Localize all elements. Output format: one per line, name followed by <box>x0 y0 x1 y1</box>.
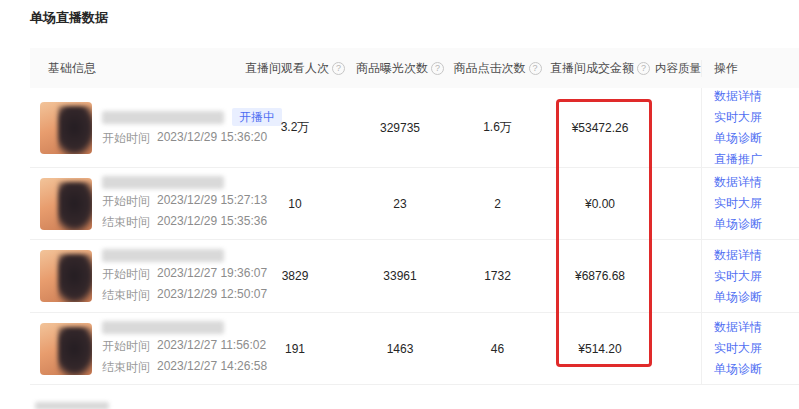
help-icon[interactable]: ? <box>529 62 542 75</box>
column-header-content-quality: 内容质量 <box>655 61 701 76</box>
column-header-clicks: 商品点击次数? <box>450 60 545 77</box>
start-time-label: 开始时间 <box>102 338 150 355</box>
viewers-value: 10 <box>240 168 350 239</box>
end-time-label: 结束时间 <box>102 359 150 376</box>
column-header-basic-info: 基础信息 <box>30 60 240 77</box>
help-icon[interactable]: ? <box>431 62 444 75</box>
table-row: 开始时间 2023/12/29 15:27:13 结束时间 2023/12/29… <box>30 168 799 240</box>
session-diagnosis-link[interactable]: 单场诊断 <box>714 360 799 379</box>
column-header-basic-info-label: 基础信息 <box>48 61 96 75</box>
basic-info-cell: 开始时间 2023/12/27 11:56:02 结束时间 2023/12/27… <box>30 313 240 384</box>
exposures-value: 23 <box>350 168 450 239</box>
viewers-value: 3829 <box>240 240 350 312</box>
table-row: 开播中 开始时间 2023/12/29 15:36:20 3.2万 329735… <box>30 88 799 168</box>
basic-info-cell: 开始时间 2023/12/29 15:27:13 结束时间 2023/12/29… <box>30 168 240 239</box>
clicks-value: 2 <box>450 168 545 239</box>
column-header-exposures: 商品曝光次数? <box>350 60 450 77</box>
avatar <box>40 102 92 154</box>
basic-info-cell: 开始时间 2023/12/27 19:36:07 结束时间 2023/12/29… <box>30 240 240 312</box>
avatar <box>40 178 92 230</box>
content-quality-cell <box>655 240 701 312</box>
session-diagnosis-link[interactable]: 单场诊断 <box>714 288 799 307</box>
help-icon[interactable]: ? <box>332 62 345 75</box>
realtime-screen-link[interactable]: 实时大屏 <box>714 108 799 127</box>
session-diagnosis-link[interactable]: 单场诊断 <box>714 215 799 234</box>
gmv-value: ¥53472.26 <box>545 88 655 167</box>
clicks-value: 1732 <box>450 240 545 312</box>
end-time-label: 结束时间 <box>102 214 150 231</box>
content-quality-cell <box>655 88 701 167</box>
session-diagnosis-link[interactable]: 单场诊断 <box>714 129 799 148</box>
redacted-name <box>102 111 224 124</box>
column-header-exposures-label: 商品曝光次数 <box>356 61 428 75</box>
column-header-gmv: 直播间成交金额? <box>545 60 655 77</box>
column-header-clicks-label: 商品点击次数 <box>454 61 526 75</box>
realtime-screen-link[interactable]: 实时大屏 <box>714 194 799 213</box>
page-title: 单场直播数据 <box>30 9 108 27</box>
live-promotion-link[interactable]: 直播推广 <box>714 150 799 169</box>
realtime-screen-link[interactable]: 实时大屏 <box>714 339 799 358</box>
content-quality-cell <box>655 168 701 239</box>
column-header-content-quality-label: 内容质量 <box>655 62 701 74</box>
redacted-name <box>102 321 224 334</box>
data-detail-link[interactable]: 数据详情 <box>714 87 799 106</box>
basic-info-cell: 开播中 开始时间 2023/12/29 15:36:20 <box>30 88 240 167</box>
gmv-value: ¥0.00 <box>545 168 655 239</box>
help-icon[interactable]: ? <box>637 62 650 75</box>
data-detail-link[interactable]: 数据详情 <box>714 246 799 265</box>
viewers-value: 191 <box>240 313 350 384</box>
clicks-value: 1.6万 <box>450 88 545 167</box>
column-header-viewers: 直播间观看人次? <box>240 60 350 77</box>
column-header-gmv-label: 直播间成交金额 <box>550 61 634 75</box>
clicks-value: 46 <box>450 313 545 384</box>
avatar <box>40 323 92 375</box>
column-header-actions-label: 操作 <box>714 61 738 75</box>
exposures-value: 1463 <box>350 313 450 384</box>
start-time-label: 开始时间 <box>102 130 150 147</box>
gmv-value: ¥514.20 <box>545 313 655 384</box>
column-header-actions: 操作 <box>701 60 799 77</box>
exposures-value: 33961 <box>350 240 450 312</box>
start-time-label: 开始时间 <box>102 193 150 210</box>
actions-cell: 数据详情 实时大屏 单场诊断 <box>701 168 799 239</box>
actions-cell: 数据详情 实时大屏 单场诊断 直播推广 <box>701 88 799 167</box>
data-detail-link[interactable]: 数据详情 <box>714 318 799 337</box>
actions-cell: 数据详情 实时大屏 单场诊断 <box>701 240 799 312</box>
column-header-viewers-label: 直播间观看人次 <box>245 61 329 75</box>
start-time-label: 开始时间 <box>102 266 150 283</box>
table-row: 开始时间 2023/12/27 19:36:07 结束时间 2023/12/29… <box>30 240 799 313</box>
avatar <box>40 250 92 302</box>
exposures-value: 329735 <box>350 88 450 167</box>
end-time-label: 结束时间 <box>102 287 150 304</box>
live-session-table: 基础信息 直播间观看人次? 商品曝光次数? 商品点击次数? 直播间成交金额? 内… <box>30 48 799 385</box>
actions-cell: 数据详情 实时大屏 单场诊断 <box>701 313 799 384</box>
redacted-name <box>102 249 224 262</box>
viewers-value: 3.2万 <box>240 88 350 167</box>
realtime-screen-link[interactable]: 实时大屏 <box>714 267 799 286</box>
gmv-value: ¥6876.68 <box>545 240 655 312</box>
table-row: 开始时间 2023/12/27 11:56:02 结束时间 2023/12/27… <box>30 313 799 385</box>
redacted-name <box>102 176 224 189</box>
table-header-row: 基础信息 直播间观看人次? 商品曝光次数? 商品点击次数? 直播间成交金额? 内… <box>30 48 799 88</box>
data-detail-link[interactable]: 数据详情 <box>714 173 799 192</box>
cutoff-section-title-blur <box>35 402 109 409</box>
content-quality-cell <box>655 313 701 384</box>
